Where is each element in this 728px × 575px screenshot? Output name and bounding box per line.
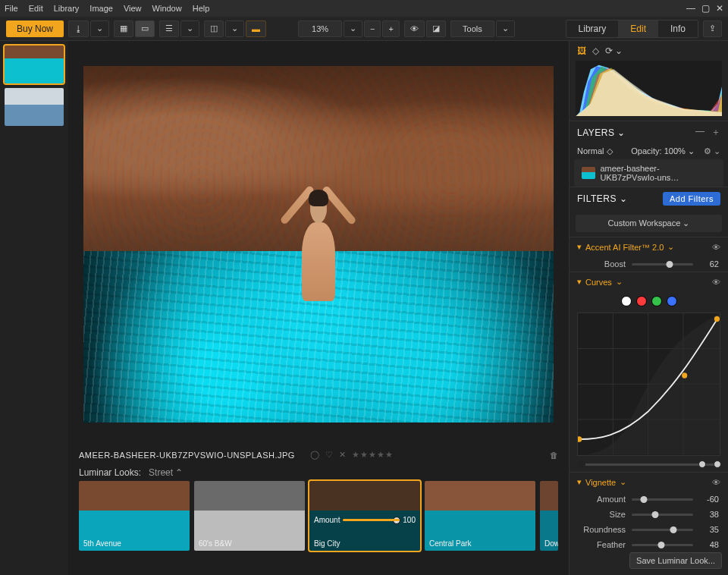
export-dropdown[interactable]: ⌄ [90,20,109,37]
list-dropdown[interactable]: ⌄ [180,20,199,37]
tools-button[interactable]: Tools [450,20,494,37]
export-button[interactable]: ⭳ [68,20,89,37]
eye-icon[interactable]: 👁 [712,243,720,252]
zoom-in-button[interactable]: + [382,20,399,37]
window-controls: — ▢ ✕ [686,3,723,14]
channel-green[interactable] [651,296,662,306]
sidebar-left-icon[interactable]: ◫ [204,20,224,37]
thumbnail[interactable] [5,46,64,83]
canvas[interactable] [68,41,569,447]
filmstrip-toggle-icon[interactable]: ▬ [246,20,266,37]
zoom-out-button[interactable]: − [364,20,381,37]
look-preset[interactable]: Amount100 Big City [309,481,420,551]
looks-header: Luminar Looks: Street ⌃ [68,463,569,481]
look-preset[interactable]: Downt [540,481,558,551]
looks-category[interactable]: Street ⌃ [149,467,183,478]
menu-file[interactable]: File [5,4,18,13]
histogram-history-icon[interactable]: ⟳ ⌄ [605,46,623,56]
filter-accent-ai[interactable]: ▾Accent AI Filter™ 2.0⌄ 👁 [570,237,728,256]
menu-help[interactable]: Help [193,4,210,13]
blend-mode[interactable]: Normal ◇ [577,146,613,156]
layer-add-icon[interactable]: ＋ [711,126,721,139]
buy-now-button[interactable]: Buy Now [6,20,64,37]
zoom-level[interactable]: 13% [298,20,342,37]
vignette-size-slider[interactable]: Size38 [570,507,728,522]
look-preset[interactable]: Central Park [425,481,535,551]
toolbar: Buy Now ⭳ ⌄ ▦ ▭ ☰ ⌄ ◫ ⌄ ▬ 13% ⌄ − + 👁 ◪ … [0,17,728,41]
close-icon[interactable]: ✕ [716,3,723,14]
trash-icon[interactable]: 🗑 [550,451,558,460]
grid-view-icon[interactable]: ▦ [114,20,133,37]
boost-slider[interactable]: Boost 62 [570,256,728,272]
layer-item[interactable]: ameer-basheer-UKB7zPVswIo-uns… [574,159,723,187]
color-tag-icon[interactable]: ◯ [310,450,319,460]
compare-icon[interactable]: ◪ [426,20,446,37]
curves-range-slider[interactable] [570,462,728,472]
look-amount-slider[interactable] [343,519,400,521]
filter-vignette[interactable]: ▾Vignette⌄ 👁 [570,472,728,492]
rating-stars[interactable]: ★★★★★ [352,450,394,460]
photo [83,66,554,423]
layers-header[interactable]: LAYERS⌄ —＋ [570,121,728,143]
vignette-roundness-slider[interactable]: Roundness35 [570,522,728,537]
share-icon[interactable]: ⇪ [703,20,722,37]
layer-name: ameer-basheer-UKB7zPVswIo-uns… [600,164,716,182]
sidebar-dropdown[interactable]: ⌄ [225,20,244,37]
look-amount-value: 100 [403,516,416,524]
channel-red[interactable] [636,296,647,306]
filmstrip [0,41,68,575]
look-preset[interactable]: 60's B&W [194,481,305,551]
save-look-button[interactable]: Save Luminar Look... [629,552,722,569]
svg-point-8 [714,316,720,322]
filters-header: FILTERS⌄ Add Filters [570,187,728,210]
menu-view[interactable]: View [124,4,142,13]
preview-eye-icon[interactable]: 👁 [404,20,425,37]
thumbnail[interactable] [5,88,64,126]
histogram-layers-icon[interactable]: ◇ [592,46,599,56]
vignette-feather-slider[interactable]: Feather48 [570,537,728,552]
filter-curves[interactable]: ▾Curves⌄ 👁 [570,272,728,291]
maximize-icon[interactable]: ▢ [701,3,710,14]
tab-edit[interactable]: Edit [618,20,658,37]
menu-edit[interactable]: Edit [29,4,43,13]
menu-library[interactable]: Library [54,4,80,13]
tab-info[interactable]: Info [658,20,698,37]
mode-tabs: Library Edit Info [566,20,698,38]
svg-point-6 [578,437,582,442]
minimize-icon[interactable]: — [686,3,695,14]
right-panel: 🖼 ◇ ⟳ ⌄ LAYERS⌄ —＋ Normal ◇ Opacity: 100… [569,41,728,575]
channel-blue[interactable] [667,296,677,306]
image-meta-bar: AMEER-BASHEER-UKB7ZPVSWIO-UNSPLASH.JPG ◯… [68,447,569,463]
looks-label: Luminar Looks: [79,467,141,478]
reject-icon[interactable]: ✕ [339,450,346,460]
workspace-select[interactable]: Custom Workspace ⌄ [576,215,722,232]
look-amount-label: Amount [314,516,340,524]
tools-dropdown[interactable]: ⌄ [496,20,515,37]
gear-icon[interactable]: ⚙ ⌄ [704,146,720,156]
channel-rgb[interactable] [621,296,632,306]
tab-library[interactable]: Library [566,20,619,37]
vignette-amount-slider[interactable]: Amount-60 [570,492,728,507]
viewport: AMEER-BASHEER-UKB7ZPVSWIO-UNSPLASH.JPG ◯… [68,41,569,575]
svg-point-7 [682,373,687,379]
menu-image[interactable]: Image [89,4,113,13]
histogram-photo-icon[interactable]: 🖼 [577,46,586,56]
eye-icon[interactable]: 👁 [712,278,720,287]
histogram[interactable] [576,61,722,116]
layer-collapse-icon[interactable]: — [695,126,705,139]
menubar: File Edit Library Image View Window Help… [0,0,728,17]
zoom-dropdown[interactable]: ⌄ [344,20,362,37]
layer-thumb [582,167,595,179]
curves-channels [570,291,728,311]
add-filters-button[interactable]: Add Filters [663,192,720,206]
favorite-icon[interactable]: ♡ [325,450,333,460]
list-icon[interactable]: ☰ [159,20,179,37]
look-preset[interactable]: 5th Avenue [79,481,190,551]
file-name: AMEER-BASHEER-UKB7ZPVSWIO-UNSPLASH.JPG [79,451,295,460]
single-view-icon[interactable]: ▭ [135,20,155,37]
looks-strip[interactable]: 5th Avenue 60's B&W Amount100 Big City C… [68,481,569,575]
eye-icon[interactable]: 👁 [712,478,720,487]
curves-graph[interactable] [577,313,720,456]
menu-window[interactable]: Window [152,4,182,13]
